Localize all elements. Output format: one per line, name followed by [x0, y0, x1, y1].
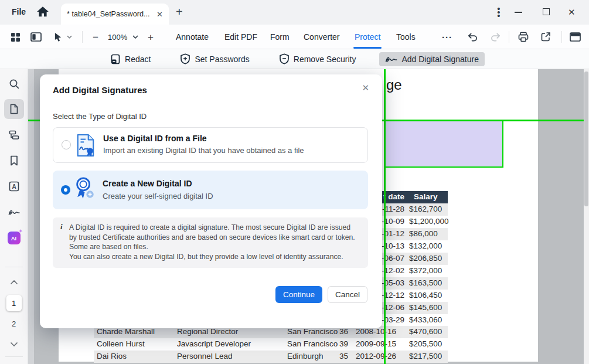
page-number-2[interactable]: 2: [12, 319, 16, 328]
shield-plus-icon: [180, 53, 190, 64]
left-sidebar: A AI✦ 1 2: [0, 69, 28, 364]
table-cell: San Francisco: [287, 339, 338, 348]
document-tab-title: * table04_SetPassword...: [67, 10, 153, 18]
redact-icon: [110, 54, 121, 64]
current-page-indicator[interactable]: 1: [6, 295, 22, 311]
set-passwords-button[interactable]: Set Passwords: [174, 51, 255, 67]
table-cell: 2012-09-26: [356, 352, 396, 360]
svg-text:A: A: [12, 183, 16, 190]
outline-icon[interactable]: [4, 125, 24, 145]
remove-security-label: Remove Security: [294, 55, 356, 64]
info-paragraph-1: A Digital ID is required to create a dig…: [69, 223, 360, 252]
option-title: Use a Digital ID from a File: [103, 134, 207, 143]
ai-assistant-icon[interactable]: AI✦: [4, 228, 24, 248]
page-thumbnails-icon[interactable]: [4, 99, 24, 119]
table-cell: $1,200,000: [409, 217, 449, 226]
sidebar-divider: [5, 267, 23, 267]
radio-unselected[interactable]: [62, 140, 71, 149]
undo-icon[interactable]: [467, 25, 478, 49]
dialog-close-icon[interactable]: ✕: [359, 80, 372, 96]
toolbar-divider: [82, 31, 83, 43]
redact-label: Redact: [125, 55, 151, 64]
option-digital-id-from-file[interactable]: Use a Digital ID from a File Import an e…: [53, 127, 368, 163]
print-icon[interactable]: [518, 25, 529, 49]
select-cursor-icon[interactable]: [54, 25, 63, 49]
table-cell: 2008-10-16: [356, 327, 396, 336]
table-cell: $205,500: [409, 339, 442, 348]
sidebar-divider: [5, 356, 23, 357]
titlebar: File * table04_SetPassword... ✕ + ••• ✕: [0, 0, 589, 25]
tab-protect[interactable]: Protect: [355, 32, 380, 42]
scrollbar-thumb[interactable]: [584, 72, 588, 206]
table-cell: $162,700: [409, 205, 442, 213]
table-cell: 35: [333, 352, 348, 360]
maximize-button[interactable]: [543, 8, 550, 15]
cancel-button[interactable]: Cancel: [328, 286, 367, 303]
table-cell: 2009-09-15: [356, 339, 396, 348]
table-cell: $132,000: [409, 241, 442, 250]
app-window: File * table04_SetPassword... ✕ + ••• ✕ …: [0, 0, 589, 364]
home-icon[interactable]: [36, 6, 50, 19]
table-cell: Colleen Hurst: [97, 339, 145, 348]
table-cell: Regional Director: [177, 327, 238, 336]
file-menu[interactable]: File: [12, 7, 26, 16]
table-row: Colleen HurstJavascript DeveloperSan Fra…: [94, 338, 448, 351]
crop-guide-vertical: [384, 69, 386, 364]
tab-annotate[interactable]: Annotate: [176, 32, 209, 42]
table-row: Dai RiosPersonnel LeadEdinburgh352012-09…: [94, 351, 448, 363]
close-window-button[interactable]: ✕: [568, 7, 576, 18]
tab-tools[interactable]: Tools: [396, 32, 416, 42]
vertical-scrollbar[interactable]: [584, 69, 589, 364]
annotation-a-icon[interactable]: A: [4, 176, 24, 196]
table-cell: Charde Marshall: [97, 327, 155, 336]
layout-view-icon[interactable]: [570, 25, 581, 49]
tab-close-icon[interactable]: ✕: [156, 11, 163, 18]
tab-edit-pdf[interactable]: Edit PDF: [224, 32, 257, 42]
page-down-icon[interactable]: [4, 338, 24, 351]
info-icon: i: [60, 222, 63, 232]
table-cell: Edinburgh: [287, 352, 324, 360]
table-header-salary: Salary: [414, 192, 438, 201]
grid-view-icon[interactable]: [11, 25, 21, 49]
minimize-button[interactable]: [515, 12, 522, 13]
dialog-title: Add Digital Signatures: [53, 85, 147, 95]
digital-id-file-icon: [76, 134, 96, 157]
add-digital-signature-button[interactable]: Add Digital Signature: [379, 52, 485, 66]
zoom-in-button[interactable]: +: [148, 25, 154, 49]
redact-button[interactable]: Redact: [104, 52, 156, 67]
signature-icon: [385, 55, 397, 63]
panel-toggle-icon[interactable]: [30, 25, 42, 49]
zoom-out-button[interactable]: −: [93, 25, 98, 49]
table-cell: San Francisco: [287, 327, 338, 336]
radio-selected[interactable]: [61, 185, 70, 195]
add-digital-signature-label: Add Digital Signature: [401, 55, 479, 64]
document-tab[interactable]: * table04_SetPassword... ✕: [61, 4, 169, 25]
table-cell: 39: [333, 339, 348, 348]
export-share-icon[interactable]: [540, 25, 551, 49]
zoom-level[interactable]: 100%: [108, 33, 127, 42]
tab-form[interactable]: Form: [270, 32, 290, 42]
more-tabs-icon[interactable]: ···: [442, 25, 452, 49]
highlight-selection-rect[interactable]: [384, 120, 503, 168]
new-digital-id-icon: [74, 176, 96, 201]
window-menu-icon[interactable]: •••: [495, 6, 502, 17]
remove-security-button[interactable]: Remove Security: [273, 51, 362, 67]
new-tab-button[interactable]: +: [176, 5, 183, 19]
sidebar-signature-icon[interactable]: [4, 202, 24, 222]
tab-converter[interactable]: Converter: [304, 32, 339, 42]
continue-button[interactable]: Continue: [275, 286, 322, 303]
table-cell: $470,600: [409, 327, 442, 336]
option-create-new-digital-id[interactable]: Create a New Digital ID Create your self…: [53, 171, 368, 209]
cursor-dropdown-icon[interactable]: [67, 25, 72, 49]
toolbar-divider: [509, 31, 509, 43]
table-cell: $163,500: [409, 278, 442, 287]
option-description: Create your self-signed digital ID: [103, 192, 213, 200]
ai-badge: AI✦: [8, 232, 21, 244]
zoom-dropdown-icon[interactable]: [132, 25, 138, 49]
page-up-icon[interactable]: [4, 275, 24, 288]
table-cell: $206,850: [409, 254, 442, 263]
search-icon[interactable]: [4, 74, 24, 94]
info-paragraph-2: You can also create a new Digital ID, bu…: [69, 252, 360, 262]
redo-icon[interactable]: [490, 25, 501, 49]
bookmark-icon[interactable]: [4, 151, 24, 171]
